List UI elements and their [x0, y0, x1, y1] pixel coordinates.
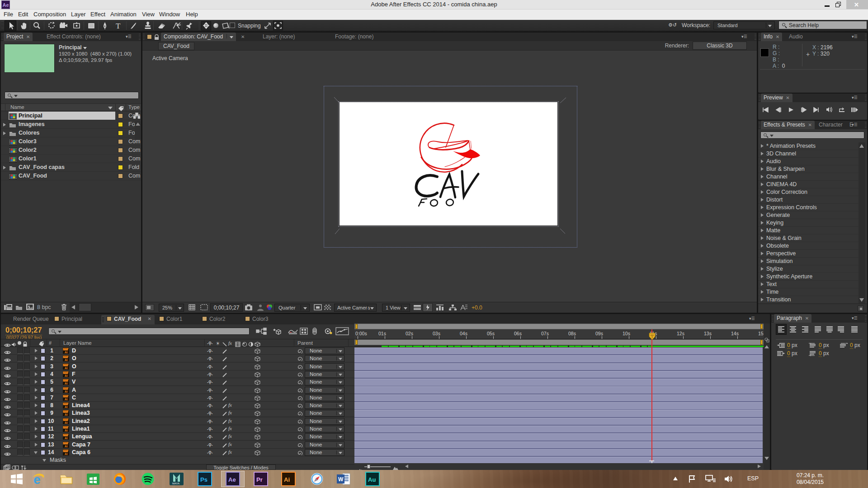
svg-text:Ai: Ai: [65, 374, 68, 377]
svg-text:Ai: Ai: [65, 382, 68, 385]
svg-text:Ai: Ai: [65, 436, 68, 440]
svg-text:Ai: Ai: [284, 476, 290, 483]
svg-text:Ps: Ps: [200, 476, 208, 483]
svg-text:Ai: Ai: [65, 397, 68, 400]
svg-text:Ai: Ai: [65, 429, 68, 432]
svg-text:Ai: Ai: [65, 366, 68, 369]
svg-text:Ai: Ai: [65, 351, 68, 354]
svg-text:Ae: Ae: [228, 476, 236, 483]
svg-text:Ai: Ai: [65, 444, 68, 447]
svg-text:Pr: Pr: [256, 476, 263, 483]
svg-text:Ai: Ai: [65, 358, 68, 361]
svg-text:Ai: Ai: [65, 405, 68, 408]
svg-text:Ai: Ai: [65, 389, 68, 393]
svg-text:Ai: Ai: [65, 421, 68, 424]
svg-text:MAYA: MAYA: [172, 482, 179, 485]
svg-text:Ai: Ai: [65, 413, 68, 416]
svg-text:T: T: [116, 22, 121, 30]
svg-text:W: W: [338, 476, 344, 483]
svg-text:Au: Au: [368, 476, 376, 483]
svg-text:Ai: Ai: [65, 452, 68, 455]
